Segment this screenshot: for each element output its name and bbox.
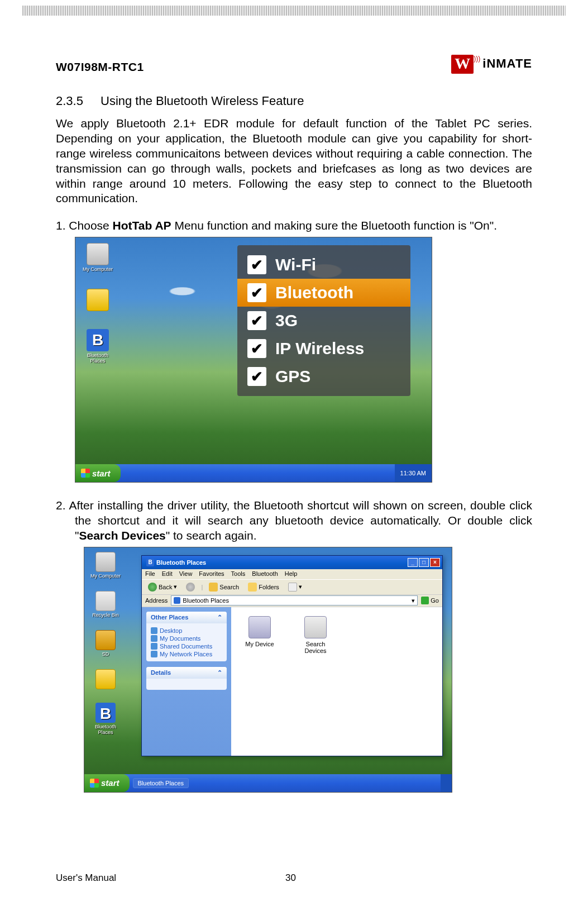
other-place-label: Desktop bbox=[160, 627, 182, 634]
menu-bluetooth[interactable]: Bluetooth bbox=[252, 570, 278, 578]
hottab-label: Wi-Fi bbox=[275, 255, 316, 274]
desktop-icon[interactable]: My Computer bbox=[81, 243, 114, 272]
window-titlebar: B Bluetooth Places _ □ × bbox=[142, 556, 442, 569]
step-1-pre: Choose bbox=[69, 219, 112, 232]
desktop-icon-label: Bluetooth Places bbox=[89, 724, 122, 735]
hottab-row-bluetooth[interactable]: ✔Bluetooth bbox=[237, 279, 410, 307]
desktop-icon-label: Bluetooth Places bbox=[81, 352, 114, 364]
menu-file[interactable]: File bbox=[145, 570, 155, 578]
menu-help[interactable]: Help bbox=[285, 570, 298, 578]
checkbox-icon: ✔ bbox=[247, 339, 266, 358]
taskbar: start 11:30 AM bbox=[75, 464, 432, 482]
hottab-row-ip-wireless[interactable]: ✔IP Wireless bbox=[237, 335, 410, 363]
page-header: W07I98M-RTC1 W ))) iNMATE bbox=[56, 55, 532, 74]
content-area: My DeviceSearch Devices bbox=[231, 607, 442, 756]
windows-flag-icon bbox=[81, 469, 90, 478]
details-box: Details⌃ bbox=[146, 667, 227, 690]
other-place-link[interactable]: My Documents bbox=[151, 635, 222, 642]
other-places-list: DesktopMy DocumentsShared DocumentsMy Ne… bbox=[146, 623, 227, 661]
folders-button[interactable]: Folders bbox=[245, 581, 282, 593]
section-title: Using the Bluetooth Wireless Feature bbox=[101, 94, 304, 108]
checkbox-icon: ✔ bbox=[247, 283, 266, 302]
page-footer: User's Manual 30 bbox=[56, 872, 532, 884]
checkbox-icon: ✔ bbox=[247, 255, 266, 274]
menu-tools[interactable]: Tools bbox=[231, 570, 246, 578]
address-input[interactable]: Bluetooth Places ▾ bbox=[171, 595, 418, 605]
start-button[interactable]: start bbox=[75, 464, 121, 482]
taskbar-task-bluetooth[interactable]: Bluetooth Places bbox=[133, 778, 189, 788]
desktop-icon[interactable]: My Computer bbox=[89, 552, 122, 579]
details-title: Details bbox=[151, 669, 171, 676]
other-places-title: Other Places bbox=[151, 614, 188, 621]
decorative-top-border bbox=[22, 6, 566, 16]
desktop-icon-glyph bbox=[87, 243, 109, 265]
hottab-row-wi-fi[interactable]: ✔Wi-Fi bbox=[237, 251, 410, 279]
hottab-row-3g[interactable]: ✔3G bbox=[237, 307, 410, 335]
desktop-icon[interactable]: SD bbox=[89, 630, 122, 657]
brand-text: iNMATE bbox=[482, 56, 532, 72]
desktop-icon-label: My Computer bbox=[81, 266, 114, 272]
desktop-icons: My ComputerRecycle BinSD BBluetooth Plac… bbox=[89, 552, 128, 735]
other-place-label: My Documents bbox=[160, 635, 200, 642]
forward-button[interactable] bbox=[183, 581, 198, 593]
device-icon bbox=[304, 616, 327, 638]
other-place-link[interactable]: My Network Places bbox=[151, 650, 222, 658]
desktop-icon[interactable]: BBluetooth Places bbox=[81, 329, 114, 364]
search-button[interactable]: Search bbox=[206, 581, 242, 593]
step-1-bold: HotTab AP bbox=[113, 219, 171, 232]
step-1-post: Menu function and making sure the Blueto… bbox=[171, 219, 497, 232]
maximize-button[interactable]: □ bbox=[419, 558, 429, 567]
other-place-link[interactable]: Desktop bbox=[151, 627, 222, 635]
window-title: Bluetooth Places bbox=[156, 559, 206, 566]
section-heading: 2.3.5Using the Bluetooth Wireless Featur… bbox=[56, 94, 532, 108]
other-places-box: Other Places⌃ DesktopMy DocumentsShared … bbox=[146, 612, 227, 661]
desktop-icon-label: My Computer bbox=[89, 573, 122, 579]
views-button[interactable]: ▾ bbox=[285, 581, 305, 593]
dropdown-icon[interactable]: ▾ bbox=[412, 597, 415, 604]
other-place-label: Shared Documents bbox=[160, 643, 212, 650]
desktop-icon[interactable]: BBluetooth Places bbox=[89, 703, 122, 735]
address-label: Address bbox=[145, 597, 168, 604]
hottab-row-gps[interactable]: ✔GPS bbox=[237, 363, 410, 390]
hottab-panel: ✔Wi-Fi✔Bluetooth✔3G✔IP Wireless✔GPS bbox=[237, 245, 410, 396]
close-button[interactable]: × bbox=[430, 558, 440, 567]
collapse-icon: ⌃ bbox=[217, 669, 222, 676]
screenshot-bluetooth-places: My ComputerRecycle BinSD BBluetooth Plac… bbox=[84, 547, 452, 793]
step-2-post: " to search again. bbox=[166, 529, 257, 542]
toolbar-separator: | bbox=[201, 584, 203, 590]
back-icon bbox=[148, 583, 157, 592]
hottab-label: 3G bbox=[275, 311, 298, 330]
folder-icon bbox=[151, 635, 157, 642]
desktop-icon[interactable] bbox=[89, 669, 122, 690]
bluetooth-icon bbox=[174, 597, 180, 604]
search-devices-item[interactable]: Search Devices bbox=[296, 616, 335, 654]
checkbox-icon: ✔ bbox=[247, 311, 266, 330]
step-2-bold: Search Devices bbox=[79, 529, 165, 542]
start-button[interactable]: start bbox=[84, 774, 130, 792]
address-bar: Address Bluetooth Places ▾ Go bbox=[142, 595, 442, 607]
explorer-window: B Bluetooth Places _ □ × FileEditViewFav… bbox=[141, 555, 443, 756]
back-button[interactable]: Back ▾ bbox=[145, 581, 180, 593]
details-content bbox=[146, 679, 227, 690]
menu-edit[interactable]: Edit bbox=[162, 570, 173, 578]
step-1: 1. Choose HotTab AP Menu function and ma… bbox=[56, 218, 532, 233]
device-icon bbox=[248, 616, 271, 638]
go-button[interactable]: Go bbox=[421, 597, 439, 604]
my-device-item[interactable]: My Device bbox=[240, 616, 279, 647]
desktop-icon[interactable]: Recycle Bin bbox=[89, 591, 122, 618]
other-places-header[interactable]: Other Places⌃ bbox=[146, 612, 227, 623]
device-label: My Device bbox=[240, 641, 279, 647]
desktop-icon-label: SD bbox=[89, 651, 122, 657]
folder-icon bbox=[151, 643, 157, 650]
explorer-body: Other Places⌃ DesktopMy DocumentsShared … bbox=[142, 607, 442, 756]
desktop-icon-glyph bbox=[95, 669, 116, 689]
step-2-number: 2. bbox=[56, 499, 66, 512]
menu-favorites[interactable]: Favorites bbox=[199, 570, 224, 578]
details-header[interactable]: Details⌃ bbox=[146, 667, 227, 679]
forward-icon bbox=[186, 583, 195, 592]
minimize-button[interactable]: _ bbox=[408, 558, 418, 567]
task-label: Bluetooth Places bbox=[138, 780, 184, 786]
desktop-icon[interactable] bbox=[81, 289, 114, 312]
other-place-link[interactable]: Shared Documents bbox=[151, 642, 222, 650]
menu-view[interactable]: View bbox=[179, 570, 193, 578]
